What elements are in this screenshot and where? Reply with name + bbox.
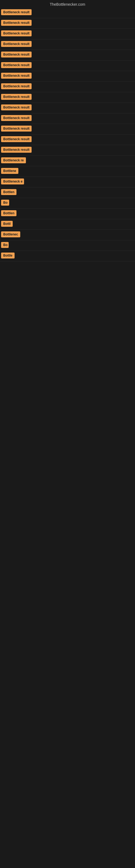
result-row: Bottleneck result [0, 29, 135, 39]
bottleneck-result-badge[interactable]: Bottlen [1, 210, 16, 216]
bottleneck-result-badge[interactable]: Bottlen [1, 189, 16, 195]
bottleneck-result-badge[interactable]: Bottle [1, 252, 14, 258]
result-row: Bottlenec [0, 230, 135, 240]
result-row: Bottleneck result [0, 124, 135, 134]
result-row: Bottleneck result [0, 50, 135, 61]
result-row: Bottleneck result [0, 39, 135, 50]
bottleneck-result-badge[interactable]: Bottlenec [1, 231, 20, 237]
result-row: Bo [0, 198, 135, 209]
bottleneck-result-badge[interactable]: Bottleneck result [1, 9, 32, 15]
bottleneck-result-badge[interactable]: Bo [1, 199, 9, 206]
bottleneck-result-badge[interactable]: Bottleneck result [1, 104, 32, 111]
bottleneck-result-badge[interactable]: Bottleneck result [1, 147, 32, 153]
result-row: Bottl [0, 219, 135, 230]
result-row: Bottleneck result [0, 113, 135, 124]
bottleneck-result-badge[interactable]: Bottl [1, 221, 13, 227]
bottleneck-result-badge[interactable]: Bottleneck result [1, 30, 32, 36]
result-row: Bottlene [0, 166, 135, 177]
bottleneck-result-badge[interactable]: Bottleneck result [1, 136, 32, 142]
bottleneck-result-badge[interactable]: Bottleneck result [1, 41, 32, 47]
result-row: Bottleneck result [0, 61, 135, 71]
result-row: Bottleneck result [0, 134, 135, 145]
result-row: Bottleneck result [0, 18, 135, 29]
result-row: Bottleneck e [0, 177, 135, 187]
bottleneck-result-badge[interactable]: Bottleneck result [1, 83, 32, 89]
result-row: Bottleneck result [0, 82, 135, 92]
result-row: Bottleneck result [0, 103, 135, 113]
bottleneck-result-badge[interactable]: Bottleneck result [1, 94, 32, 100]
result-row: Bottle [0, 251, 135, 261]
bottleneck-result-badge[interactable]: Bottleneck result [1, 20, 32, 26]
result-row: Bottleneck re [0, 156, 135, 166]
bottleneck-result-badge[interactable]: Bottleneck e [1, 179, 24, 184]
bottleneck-result-badge[interactable]: Bo [1, 242, 9, 248]
bottleneck-result-badge[interactable]: Bottleneck result [1, 52, 32, 58]
site-title: TheBottlenecker.com [0, 0, 135, 8]
result-row: Bottleneck result [0, 8, 135, 18]
result-row: Bottleneck result [0, 71, 135, 82]
bottleneck-result-badge[interactable]: Bottleneck result [1, 126, 32, 131]
result-row: Bottlen [0, 209, 135, 219]
bottleneck-result-badge[interactable]: Bottlene [1, 168, 18, 174]
result-row: Bo [0, 240, 135, 251]
bottleneck-result-badge[interactable]: Bottleneck result [1, 62, 32, 68]
bottleneck-result-badge[interactable]: Bottleneck result [1, 115, 32, 121]
bottleneck-result-badge[interactable]: Bottleneck re [1, 157, 26, 163]
result-row: Bottleneck result [0, 145, 135, 156]
result-row: Bottleneck result [0, 92, 135, 103]
result-row: Bottlen [0, 187, 135, 198]
bottleneck-result-badge[interactable]: Bottleneck result [1, 73, 32, 79]
